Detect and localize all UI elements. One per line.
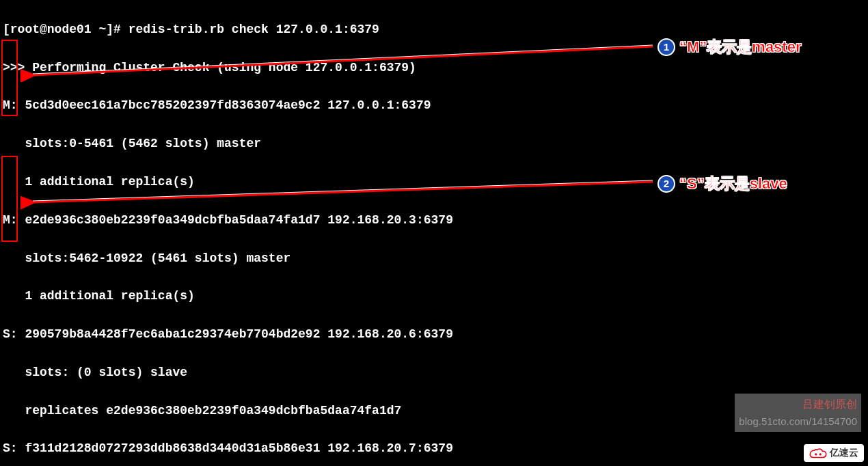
logo-corner: 亿速云 [804, 444, 864, 462]
cloud-logo-icon [809, 447, 827, 459]
annotation-number-2: 2 [657, 175, 675, 193]
svg-point-6 [815, 453, 817, 455]
node-line-1: M: e2de936c380eb2239f0a349dcbfba5daa74fa… [3, 211, 865, 230]
logo-text: 亿速云 [830, 446, 858, 461]
cluster-check-header: >>> Performing Cluster Check (using node… [3, 59, 865, 78]
annotation-text-1: “M”表示是master [679, 36, 801, 59]
watermark-author: 吕建钊原创 blog.51cto.com/14154700 [735, 394, 861, 432]
node-line-3: S: f311d2128d0727293ddb8638d3440d31a5b86… [3, 439, 865, 458]
node-line-0: M: 5cd3d0eec161a7bcc785202397fd8363074ae… [3, 96, 865, 115]
watermark-line1: 吕建钊原创 [739, 396, 857, 413]
node-extra-1: 1 additional replica(s) [3, 287, 865, 306]
annotation-text-2: “S”表示是slave [679, 172, 787, 195]
node-line-2: S: 290579b8a4428f7ec6aba1c29374eb7704bd2… [3, 325, 865, 344]
annotation-master: 1 “M”表示是master [657, 36, 801, 59]
shell-prompt: [root@node01 ~]# [3, 23, 128, 36]
command-text: redis-trib.rb check 127.0.0.1:6379 [128, 23, 379, 36]
watermark-line2: blog.51cto.com/14154700 [739, 413, 857, 429]
annotation-slave: 2 “S”表示是slave [657, 172, 787, 195]
node-slots-1: slots:5462-10922 (5461 slots) master [3, 249, 865, 269]
node-slots-0: slots:0-5461 (5462 slots) master [3, 135, 865, 154]
svg-point-7 [819, 453, 822, 455]
annotation-number-1: 1 [657, 38, 675, 56]
node-slots-2: slots: (0 slots) slave [3, 364, 865, 383]
